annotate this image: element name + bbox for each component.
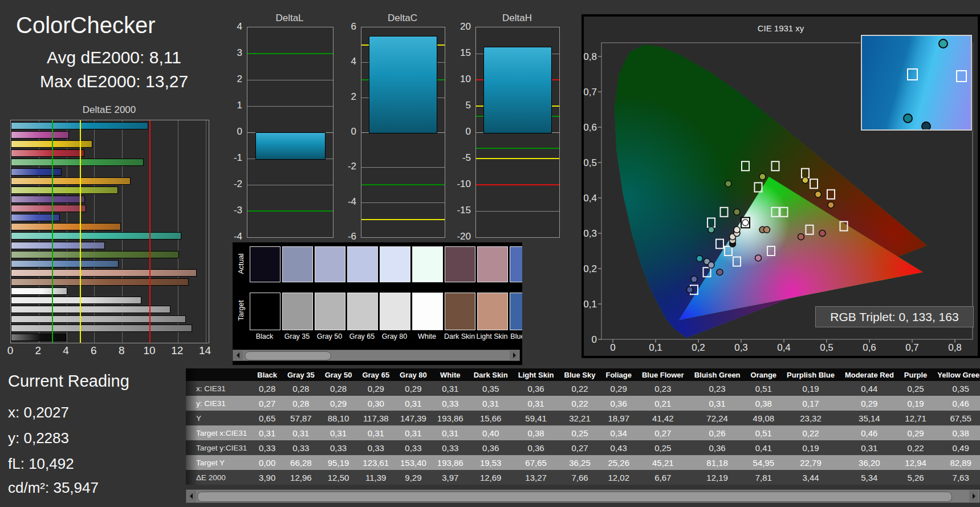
table-cell: 67,65 [513,455,559,470]
table-row: Target Y0,0066,2895,19123,61153,40193,86… [186,455,980,470]
deltae-bar-green [11,159,144,166]
table-cell: 36,25 [559,455,601,470]
deltae-x-tick-label: 14 [197,344,214,357]
table-cell: 12,50 [320,470,357,485]
deltae-bar-yellow-green [11,186,118,194]
table-corner-cell [186,368,252,381]
cie-measured-marker-red [819,230,826,237]
deltae-bar-gray-50 [11,315,186,323]
table-cell: 0,25 [559,425,601,440]
swatch-actual-black [250,246,280,282]
cie-measured-marker-yellow-green [759,173,766,180]
delta-y-tick-label: 4 [351,56,356,67]
deltae-bar-blue-sky [11,260,119,267]
table-cell: 123,61 [357,455,395,470]
cie-inset-measured-marker [903,113,913,123]
swatch-target-blue-sky [510,293,522,330]
delta-y-tick-label: -4 [348,196,356,208]
table-scroll-right-button[interactable] [969,490,978,502]
table-row-label: x: CIE31 [186,381,252,396]
table-cell: 7,63 [932,470,980,485]
current-reading-x: x: 0,2027 [8,404,69,421]
table-cell: 0,33 [432,396,469,411]
svg-text:0,6: 0,6 [863,342,876,353]
table-col-header-orange: Orange [746,368,782,381]
cie-1931-chart: CIE 1931 xy 00,10,20,30,40,50,60,70,800,… [582,14,980,358]
swatch-scrollbar-thumb[interactable] [245,351,331,360]
deltal-y-axis: 43210-1-2-3-4 [224,27,245,237]
delta-y-tick-label: 20 [460,21,471,33]
table-cell: 0,36 [689,440,746,455]
delta-y-tick-label: -1 [234,152,242,164]
table-row: Target y:CIE310,330,330,330,330,330,330,… [186,440,980,455]
table-cell: 0,33 [252,440,282,455]
current-reading-title: Current Reading [8,372,129,391]
delta-y-tick-label: 2 [237,74,242,85]
table-cell: 0,31 [252,425,282,440]
table-cell: 0,29 [600,381,637,396]
table-cell: 67,55 [932,411,980,425]
table-cell: 0,28 [282,396,320,411]
swatch-scrollbar[interactable] [233,350,520,361]
swatch-target-gray-50 [315,293,345,330]
delta-y-tick-label: -2 [348,161,356,172]
svg-text:0,5: 0,5 [820,342,833,353]
delta-y-tick-label: -3 [234,205,242,216]
table-cell: 0,35 [932,381,980,396]
deltae-reference-line [149,120,151,343]
table-cell: 5,34 [840,470,899,485]
table-cell: 12,94 [899,455,932,470]
swatch-row-label-target: Target [237,295,245,327]
table-cell: 0,36 [513,381,559,396]
table-cell: 0,33 [282,440,320,455]
delta-y-tick-label: -4 [234,231,242,242]
table-cell: 18,97 [600,411,637,425]
table-cell: 54,95 [746,455,782,470]
table-cell: 15,66 [469,411,513,425]
table-col-header-moderate-red: Moderate Red [840,368,899,381]
deltae-bar-bluish-green [11,232,181,240]
deltae2000-chart [10,120,209,343]
max-de2000-label: Max dE2000: 13,27 [23,72,205,91]
swatch-target-dark-skin [445,293,475,330]
delta-reference-line [247,53,333,54]
delta-y-tick-label: 0 [237,126,242,137]
table-row-label: y: CIE31 [186,396,252,411]
table-cell: 45,21 [637,455,689,470]
table-col-header-white: White [432,368,469,381]
table-cell: 0,36 [513,440,559,455]
table-cell: 12,19 [689,470,746,485]
swatch-target-light-skin [477,293,508,330]
swatch-scroll-left-button[interactable] [234,351,243,360]
delta-y-tick-label: 3 [237,47,242,59]
table-cell: 3,44 [782,470,840,485]
table-scrollbar-thumb[interactable] [197,492,952,502]
cie-measured-marker-purple [717,269,723,275]
deltae-bar-moderate-red [11,205,86,212]
rgb-triplet-badge: RGB Triplet: 0, 133, 163 [815,306,974,327]
cie-measured-marker-foliage [734,209,740,215]
table-cell: 0,17 [782,396,840,411]
deltae2000-x-axis: 02468101214 [10,344,215,358]
table-cell: 0,33 [395,440,432,455]
swatch-target-black [250,293,280,330]
table-scroll-left-button[interactable] [187,490,196,502]
current-reading-y: y: 0,2283 [8,429,69,447]
table-row: Y0,6557,8788,10117,38147,39193,8615,6659… [186,411,980,425]
delta-reference-line [247,210,333,212]
swatch-scroll-right-button[interactable] [510,351,519,360]
svg-text:0,4: 0,4 [777,342,791,353]
deltae-bar-gray-65 [11,306,170,313]
table-cell: 12,69 [469,470,513,485]
cie-measured-marker-cyan [697,255,703,262]
table-cell: 0,00 [252,455,282,470]
table-scrollbar[interactable] [186,489,980,503]
table-row-label: Y [186,411,252,425]
table-row: Target x:CIE310,310,310,310,310,310,310,… [186,425,980,440]
table-cell: 0,19 [782,381,840,396]
table-cell: 13,27 [513,470,559,485]
delta-reference-line [476,148,559,149]
cie-measured-marker-magenta [755,255,762,261]
table-col-header-black: Black [252,368,282,381]
table-cell: 0,28 [320,381,357,396]
